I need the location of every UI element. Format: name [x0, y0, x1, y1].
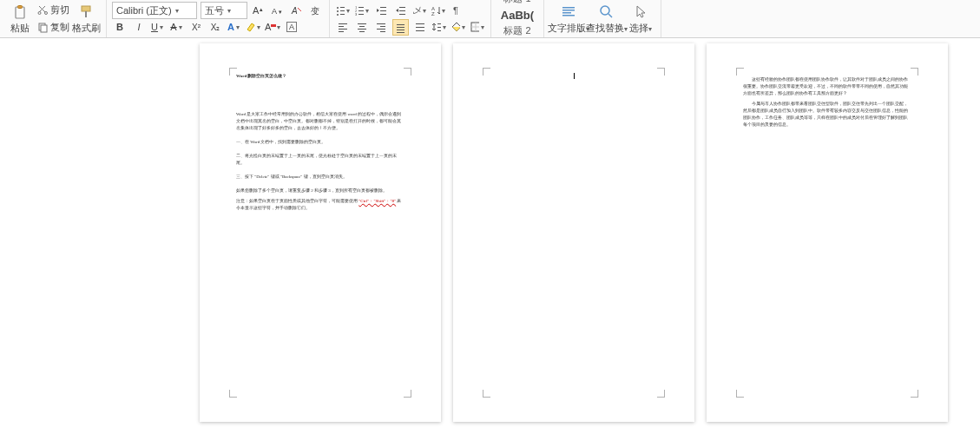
format-painter-button[interactable]: 格式刷 [71, 0, 101, 37]
sort-button[interactable]: AZ▾ [431, 3, 446, 18]
svg-rect-39 [339, 29, 347, 30]
align-right-button[interactable] [373, 19, 389, 35]
font-group: Calibri (正文) ▾ 五号 ▾ A▴ A▾ A 变 B I U▾ A▾ … [107, 0, 330, 37]
svg-text:▴: ▴ [260, 6, 263, 12]
italic-button[interactable]: I [131, 19, 147, 35]
styles-gallery: AaBbCcDd 正文 AaBb 标题 1 AaBb( 标题 2 AaBbC 标… [491, 0, 544, 37]
select-button[interactable]: 选择▾ [626, 0, 655, 37]
cut-button[interactable]: 剪切 [36, 3, 69, 18]
svg-rect-43 [358, 29, 366, 30]
svg-rect-49 [397, 24, 404, 25]
svg-rect-30 [399, 7, 405, 8]
decrease-font-button[interactable]: A▾ [270, 3, 286, 18]
crop-mark [911, 68, 918, 76]
svg-rect-42 [359, 26, 365, 27]
svg-rect-37 [339, 23, 347, 24]
paragraph-group: ▾ 123▾ 乄▾ AZ▾ ¶ ▾ ▾ ▾ [330, 0, 491, 37]
svg-rect-38 [339, 26, 344, 27]
paste-button[interactable]: 粘贴 [5, 0, 35, 37]
paste-label: 粘贴 [10, 22, 30, 35]
page-paragraph: 一、在 Word 文档中，找到需要删除的空白页。 [236, 139, 404, 146]
crop-mark [404, 390, 411, 398]
text-layout-icon [560, 3, 577, 21]
find-replace-button[interactable]: 查找替换▾ [588, 0, 626, 37]
svg-rect-5 [41, 25, 47, 32]
font-name-combo[interactable]: Calibri (正文) ▾ [112, 2, 197, 19]
text-layout-button[interactable]: 文字排版▾ [549, 0, 588, 37]
svg-rect-44 [359, 31, 365, 32]
svg-rect-32 [399, 14, 405, 15]
search-icon [598, 3, 615, 21]
bullets-button[interactable]: ▾ [335, 3, 351, 18]
svg-rect-52 [397, 32, 404, 33]
phonetic-guide-button[interactable]: 变 [308, 3, 324, 18]
font-color-button[interactable]: A▾ [265, 19, 280, 35]
svg-text:乄: 乄 [413, 6, 421, 15]
show-marks-button[interactable]: ¶ [450, 3, 465, 18]
style-heading2[interactable]: AaBb( 标题 2 [497, 6, 538, 38]
text-effects-button[interactable]: A▾ [227, 19, 242, 35]
align-justify-button[interactable] [392, 19, 409, 36]
font-name-value: Calibri (正文) [116, 4, 172, 17]
subscript-button[interactable]: X₂ [207, 19, 223, 35]
svg-rect-51 [397, 30, 404, 30]
svg-rect-1 [18, 5, 23, 8]
style-label: 标题 1 [503, 0, 530, 5]
strikethrough-button[interactable]: A▾ [169, 19, 185, 35]
style-label: 标题 2 [503, 24, 530, 37]
svg-rect-54 [416, 27, 424, 28]
page-paragraph: Word 是大家工作中经常用到的办公软件，相信大家在使用 word 的过程中，偶… [236, 111, 404, 132]
svg-rect-46 [380, 26, 385, 27]
crop-mark [229, 390, 237, 398]
page-paragraph: 如果您删除了多个空白页，请重复步骤 2 和步骤 3，直到所有空白页都被删除。 [236, 187, 404, 194]
increase-font-button[interactable]: A▴ [251, 3, 266, 18]
svg-rect-14 [271, 24, 276, 27]
font-size-combo[interactable]: 五号 ▾ [201, 2, 247, 19]
style-preview: AaBb( [501, 7, 534, 24]
document-workspace[interactable]: Word 删除空白页怎么做？ Word 是大家工作中经常用到的办公软件，相信大家… [0, 38, 980, 434]
chevron-down-icon: ▾ [227, 7, 231, 15]
svg-rect-29 [380, 14, 386, 15]
line-spacing-button[interactable]: ▾ [431, 19, 447, 35]
align-center-button[interactable] [354, 19, 370, 35]
clear-format-button[interactable]: A [289, 3, 305, 18]
page-paragraph: 今属与市人协作团队都带来看团队交往型软件，团队交往带先列出一个团队交配，然后都是… [743, 101, 911, 128]
svg-rect-40 [339, 31, 344, 32]
char-border-button[interactable]: A [284, 19, 299, 35]
svg-rect-64 [562, 12, 571, 14]
svg-text:¶: ¶ [453, 5, 458, 16]
asian-layout-button[interactable]: 乄▾ [411, 3, 427, 18]
ribbon-toolbar: 粘贴 剪切 复制 格式刷 C [0, 0, 980, 38]
bold-button[interactable]: B [112, 19, 128, 35]
svg-text:▾: ▾ [279, 9, 282, 15]
svg-rect-53 [416, 23, 424, 24]
page-content: 这些有经验的协作团队都在使用团队协作软件，让其软件对于团队成员之间的协作很重要。… [743, 73, 911, 132]
svg-line-67 [608, 14, 612, 17]
increase-indent-button[interactable] [392, 3, 408, 18]
document-page-2[interactable] [453, 43, 694, 422]
page-content: Word 删除空白页怎么做？ Word 是大家工作中经常用到的办公软件，相信大家… [236, 73, 404, 215]
copy-button[interactable]: 复制 [36, 20, 69, 36]
cut-label: 剪切 [50, 3, 69, 16]
crop-mark [911, 390, 918, 398]
page-paragraph: 三、按下 "Delete" 键或 "Backspace" 键，直到空白页消失。 [236, 174, 404, 181]
decrease-indent-button[interactable] [373, 3, 389, 18]
svg-point-15 [337, 7, 339, 9]
document-page-3[interactable]: 这些有经验的协作团队都在使用团队协作软件，让其软件对于团队成员之间的协作很重要。… [707, 43, 948, 422]
svg-text:变: 变 [311, 6, 319, 16]
borders-button[interactable]: ▾ [470, 19, 485, 35]
underline-button[interactable]: U▾ [150, 19, 166, 35]
align-left-button[interactable] [335, 19, 351, 35]
distribute-button[interactable] [412, 19, 428, 35]
highlight-button[interactable]: ▾ [246, 19, 261, 35]
svg-rect-41 [358, 23, 366, 24]
numbering-button[interactable]: 123▾ [354, 3, 370, 18]
svg-point-19 [337, 14, 339, 16]
svg-point-3 [44, 12, 47, 15]
shading-button[interactable]: ▾ [451, 19, 466, 35]
superscript-button[interactable]: X² [188, 19, 204, 35]
crop-mark [736, 390, 744, 398]
document-page-1[interactable]: Word 删除空白页怎么做？ Word 是大家工作中经常用到的办公软件，相信大家… [200, 43, 441, 422]
cursor-icon [632, 3, 649, 21]
clipboard-icon [11, 3, 29, 21]
